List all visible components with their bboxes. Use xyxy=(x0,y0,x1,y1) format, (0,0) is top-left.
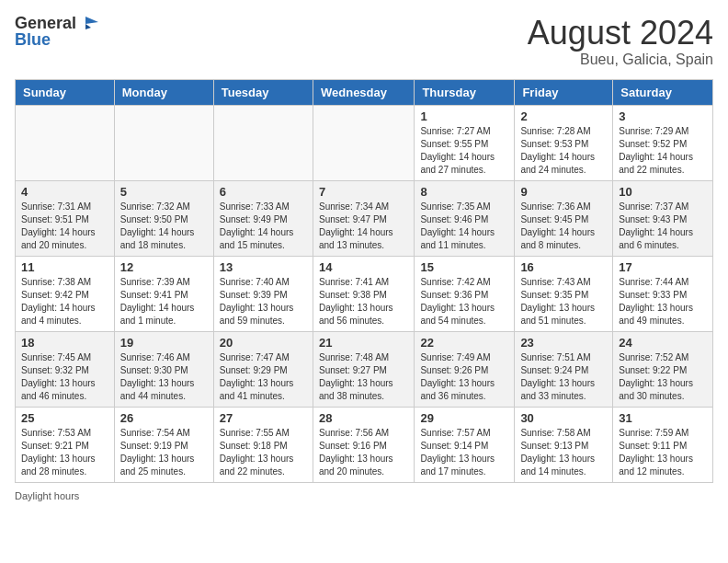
day-info: Sunrise: 7:34 AM Sunset: 9:47 PM Dayligh… xyxy=(319,201,408,252)
calendar-week-row: 18Sunrise: 7:45 AM Sunset: 9:32 PM Dayli… xyxy=(16,331,713,407)
page-header: General Blue August 2024 Bueu, Galicia, … xyxy=(15,15,713,68)
logo-blue: Blue xyxy=(15,31,98,48)
day-number: 20 xyxy=(220,336,307,350)
calendar-header-row: SundayMondayTuesdayWednesdayThursdayFrid… xyxy=(16,79,713,105)
day-info: Sunrise: 7:49 AM Sunset: 9:26 PM Dayligh… xyxy=(420,351,508,403)
day-number: 27 xyxy=(220,411,307,425)
day-number: 29 xyxy=(420,411,508,425)
calendar-cell: 5Sunrise: 7:32 AM Sunset: 9:50 PM Daylig… xyxy=(114,180,213,256)
day-number: 30 xyxy=(520,411,607,425)
day-info: Sunrise: 7:33 AM Sunset: 9:49 PM Dayligh… xyxy=(220,201,307,252)
calendar-week-row: 25Sunrise: 7:53 AM Sunset: 9:21 PM Dayli… xyxy=(16,407,713,482)
calendar-cell: 6Sunrise: 7:33 AM Sunset: 9:49 PM Daylig… xyxy=(213,180,313,256)
day-number: 23 xyxy=(520,336,607,350)
day-number: 15 xyxy=(420,260,508,274)
day-number: 13 xyxy=(220,260,307,274)
day-number: 11 xyxy=(21,260,108,274)
logo: General Blue xyxy=(15,15,98,48)
day-info: Sunrise: 7:32 AM Sunset: 9:50 PM Dayligh… xyxy=(120,201,208,252)
day-info: Sunrise: 7:39 AM Sunset: 9:41 PM Dayligh… xyxy=(120,276,208,327)
calendar-cell: 7Sunrise: 7:34 AM Sunset: 9:47 PM Daylig… xyxy=(313,180,414,256)
calendar-cell: 30Sunrise: 7:58 AM Sunset: 9:13 PM Dayli… xyxy=(515,407,613,482)
calendar-cell: 17Sunrise: 7:44 AM Sunset: 9:33 PM Dayli… xyxy=(613,256,713,331)
calendar-cell xyxy=(114,105,213,180)
day-number: 19 xyxy=(120,336,208,350)
calendar-cell: 22Sunrise: 7:49 AM Sunset: 9:26 PM Dayli… xyxy=(415,331,515,407)
calendar-cell xyxy=(213,105,313,180)
day-info: Sunrise: 7:28 AM Sunset: 9:53 PM Dayligh… xyxy=(520,125,607,177)
month-title: August 2024 xyxy=(528,15,713,52)
calendar-cell: 28Sunrise: 7:56 AM Sunset: 9:16 PM Dayli… xyxy=(313,407,414,482)
day-number: 18 xyxy=(21,336,108,350)
day-info: Sunrise: 7:56 AM Sunset: 9:16 PM Dayligh… xyxy=(319,427,408,478)
column-header-saturday: Saturday xyxy=(613,79,713,105)
column-header-sunday: Sunday xyxy=(16,79,115,105)
calendar-cell: 29Sunrise: 7:57 AM Sunset: 9:14 PM Dayli… xyxy=(415,407,515,482)
day-number: 4 xyxy=(21,185,108,199)
calendar-cell: 14Sunrise: 7:41 AM Sunset: 9:38 PM Dayli… xyxy=(313,256,414,331)
calendar-week-row: 1Sunrise: 7:27 AM Sunset: 9:55 PM Daylig… xyxy=(16,105,713,180)
day-info: Sunrise: 7:58 AM Sunset: 9:13 PM Dayligh… xyxy=(520,427,607,478)
calendar-cell: 24Sunrise: 7:52 AM Sunset: 9:22 PM Dayli… xyxy=(613,331,713,407)
calendar-cell xyxy=(313,105,414,180)
location-title: Bueu, Galicia, Spain xyxy=(528,52,713,68)
day-info: Sunrise: 7:52 AM Sunset: 9:22 PM Dayligh… xyxy=(619,351,707,403)
day-info: Sunrise: 7:57 AM Sunset: 9:14 PM Dayligh… xyxy=(420,427,508,478)
day-number: 3 xyxy=(619,109,707,123)
calendar-cell: 25Sunrise: 7:53 AM Sunset: 9:21 PM Dayli… xyxy=(16,407,115,482)
day-number: 1 xyxy=(420,109,508,123)
logo-bird-icon xyxy=(78,15,98,31)
calendar-cell: 13Sunrise: 7:40 AM Sunset: 9:39 PM Dayli… xyxy=(213,256,313,331)
calendar-cell: 10Sunrise: 7:37 AM Sunset: 9:43 PM Dayli… xyxy=(613,180,713,256)
day-number: 21 xyxy=(319,336,408,350)
day-info: Sunrise: 7:46 AM Sunset: 9:30 PM Dayligh… xyxy=(120,351,208,403)
calendar-cell: 8Sunrise: 7:35 AM Sunset: 9:46 PM Daylig… xyxy=(415,180,515,256)
day-number: 5 xyxy=(120,185,208,199)
day-number: 14 xyxy=(319,260,408,274)
day-number: 9 xyxy=(520,185,607,199)
day-number: 31 xyxy=(619,411,707,425)
calendar-footer: Daylight hours xyxy=(15,490,713,501)
column-header-tuesday: Tuesday xyxy=(213,79,313,105)
day-info: Sunrise: 7:53 AM Sunset: 9:21 PM Dayligh… xyxy=(21,427,108,478)
column-header-friday: Friday xyxy=(515,79,613,105)
calendar-cell: 3Sunrise: 7:29 AM Sunset: 9:52 PM Daylig… xyxy=(613,105,713,180)
day-number: 2 xyxy=(520,109,607,123)
title-block: August 2024 Bueu, Galicia, Spain xyxy=(528,15,713,68)
day-info: Sunrise: 7:29 AM Sunset: 9:52 PM Dayligh… xyxy=(619,125,707,177)
day-info: Sunrise: 7:48 AM Sunset: 9:27 PM Dayligh… xyxy=(319,351,408,403)
day-info: Sunrise: 7:35 AM Sunset: 9:46 PM Dayligh… xyxy=(420,201,508,252)
calendar-cell: 16Sunrise: 7:43 AM Sunset: 9:35 PM Dayli… xyxy=(515,256,613,331)
svg-marker-0 xyxy=(85,17,98,24)
day-info: Sunrise: 7:40 AM Sunset: 9:39 PM Dayligh… xyxy=(220,276,307,327)
calendar-cell: 21Sunrise: 7:48 AM Sunset: 9:27 PM Dayli… xyxy=(313,331,414,407)
day-info: Sunrise: 7:54 AM Sunset: 9:19 PM Dayligh… xyxy=(120,427,208,478)
day-number: 28 xyxy=(319,411,408,425)
day-info: Sunrise: 7:27 AM Sunset: 9:55 PM Dayligh… xyxy=(420,125,508,177)
day-info: Sunrise: 7:47 AM Sunset: 9:29 PM Dayligh… xyxy=(220,351,307,403)
day-number: 17 xyxy=(619,260,707,274)
day-info: Sunrise: 7:59 AM Sunset: 9:11 PM Dayligh… xyxy=(619,427,707,478)
calendar-cell: 12Sunrise: 7:39 AM Sunset: 9:41 PM Dayli… xyxy=(114,256,213,331)
logo-general: General xyxy=(15,15,76,31)
calendar-cell: 15Sunrise: 7:42 AM Sunset: 9:36 PM Dayli… xyxy=(415,256,515,331)
day-number: 12 xyxy=(120,260,208,274)
day-info: Sunrise: 7:31 AM Sunset: 9:51 PM Dayligh… xyxy=(21,201,108,252)
calendar-cell: 27Sunrise: 7:55 AM Sunset: 9:18 PM Dayli… xyxy=(213,407,313,482)
day-info: Sunrise: 7:44 AM Sunset: 9:33 PM Dayligh… xyxy=(619,276,707,327)
day-info: Sunrise: 7:38 AM Sunset: 9:42 PM Dayligh… xyxy=(21,276,108,327)
calendar-week-row: 4Sunrise: 7:31 AM Sunset: 9:51 PM Daylig… xyxy=(16,180,713,256)
calendar-week-row: 11Sunrise: 7:38 AM Sunset: 9:42 PM Dayli… xyxy=(16,256,713,331)
svg-marker-1 xyxy=(85,24,91,29)
day-info: Sunrise: 7:51 AM Sunset: 9:24 PM Dayligh… xyxy=(520,351,607,403)
day-info: Sunrise: 7:45 AM Sunset: 9:32 PM Dayligh… xyxy=(21,351,108,403)
calendar-cell: 9Sunrise: 7:36 AM Sunset: 9:45 PM Daylig… xyxy=(515,180,613,256)
calendar-cell xyxy=(16,105,115,180)
calendar-cell: 11Sunrise: 7:38 AM Sunset: 9:42 PM Dayli… xyxy=(16,256,115,331)
day-info: Sunrise: 7:41 AM Sunset: 9:38 PM Dayligh… xyxy=(319,276,408,327)
day-info: Sunrise: 7:37 AM Sunset: 9:43 PM Dayligh… xyxy=(619,201,707,252)
column-header-thursday: Thursday xyxy=(415,79,515,105)
day-info: Sunrise: 7:55 AM Sunset: 9:18 PM Dayligh… xyxy=(220,427,307,478)
day-number: 6 xyxy=(220,185,307,199)
calendar-cell: 2Sunrise: 7:28 AM Sunset: 9:53 PM Daylig… xyxy=(515,105,613,180)
